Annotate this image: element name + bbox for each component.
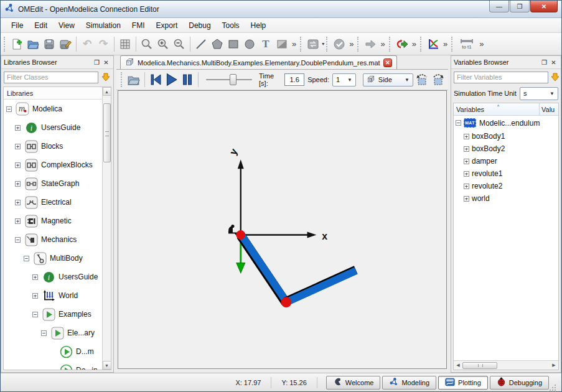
check-overflow-icon[interactable]: » — [347, 39, 355, 49]
tree-item-electrical[interactable]: + Electrical — [4, 193, 111, 212]
expand-icon[interactable]: + — [464, 146, 469, 152]
filter-variables-input[interactable] — [454, 72, 548, 83]
tree-item-elementary[interactable]: − Ele...ary — [4, 324, 111, 342]
line-tool-icon[interactable] — [193, 36, 209, 52]
maximize-button[interactable]: ❐ — [510, 1, 530, 12]
save-icon[interactable] — [41, 36, 57, 52]
expand-icon[interactable]: + — [15, 218, 21, 224]
expand-icon[interactable]: + — [464, 159, 469, 164]
simtime-overflow-icon[interactable]: » — [477, 39, 485, 49]
connect-mode-dropdown-icon[interactable]: ▾ — [322, 41, 324, 47]
animation-slider[interactable] — [206, 73, 252, 86]
menu-help[interactable]: Help — [245, 19, 272, 32]
scroll-right-icon[interactable]: ▶ — [550, 361, 558, 370]
toolbar-drag-handle[interactable] — [420, 37, 423, 52]
zoom-in-icon[interactable] — [155, 36, 171, 52]
text-tool-icon[interactable]: T — [258, 36, 274, 52]
tree-item-stategraph[interactable]: + StateGraph — [4, 174, 111, 193]
tree-item-magnetic[interactable]: + Magnetic — [4, 212, 111, 230]
simulation-time-icon[interactable]: to t1 — [456, 36, 477, 52]
undo-icon[interactable]: ↶ — [79, 36, 95, 52]
debugging-perspective-button[interactable]: Debugging — [490, 376, 549, 390]
zoom-out-icon[interactable] — [171, 36, 187, 52]
collapse-icon[interactable]: − — [456, 120, 461, 126]
close-panel-icon[interactable]: ✕ — [101, 58, 111, 67]
variable-item-boxbody1[interactable]: + boxBody1 — [454, 130, 558, 142]
scroll-down-icon[interactable]: ▼ — [103, 361, 111, 370]
expand-icon[interactable]: + — [15, 144, 21, 149]
toolbar-drag-handle[interactable] — [357, 37, 360, 52]
scroll-up-icon[interactable]: ▲ — [103, 87, 111, 96]
toolbar-drag-handle[interactable] — [451, 37, 454, 52]
toolbar-drag-handle[interactable] — [326, 37, 329, 52]
resimulate-overflow-icon[interactable]: » — [410, 39, 418, 49]
redo-icon[interactable]: ↷ — [95, 36, 111, 52]
time-unit-combobox[interactable]: s ▼ — [520, 87, 558, 100]
toolbar-drag-handle[interactable] — [121, 72, 124, 87]
rectangle-tool-icon[interactable] — [225, 36, 241, 52]
variable-item-damper[interactable]: + damper — [454, 155, 558, 167]
simulate-overflow-icon[interactable]: » — [378, 39, 386, 49]
grid-icon[interactable] — [117, 36, 133, 52]
connect-mode-icon[interactable] — [305, 36, 321, 52]
variable-item-revolute2[interactable]: + revolute2 — [454, 180, 558, 192]
close-button[interactable]: ✕ — [530, 1, 558, 12]
column-variables[interactable]: ▲Variables — [454, 103, 540, 115]
toolbar-drag-handle[interactable] — [4, 37, 7, 52]
expand-icon[interactable]: + — [15, 181, 21, 187]
tree-item-doublependulum[interactable]: D...m — [4, 342, 111, 361]
menu-edit[interactable]: Edit — [29, 19, 53, 32]
expand-icon[interactable]: + — [15, 162, 21, 168]
menu-simulation[interactable]: Simulation — [80, 19, 126, 32]
scrollbar-thumb[interactable] — [462, 362, 497, 369]
modeling-perspective-button[interactable]: Modeling — [382, 376, 436, 390]
tree-item-modelica[interactable]: − m Modelica — [4, 100, 111, 118]
minimize-button[interactable]: — — [489, 1, 509, 12]
open-file-icon[interactable] — [25, 36, 41, 52]
play-icon[interactable] — [164, 72, 179, 88]
3d-viewport[interactable]: y x — [118, 90, 447, 369]
rotate-ccw-icon[interactable] — [414, 72, 429, 88]
tree-item-multibody[interactable]: − MultiBody — [4, 249, 111, 268]
expand-icon[interactable]: + — [15, 200, 21, 205]
ellipse-tool-icon[interactable] — [241, 36, 258, 52]
variables-root-item[interactable]: − MAT Modelic...endulum — [454, 116, 558, 130]
plot-overflow-icon[interactable]: » — [441, 39, 449, 49]
variable-item-revolute1[interactable]: + revolute1 — [454, 167, 558, 180]
collapse-icon[interactable]: − — [41, 330, 47, 336]
menu-debug[interactable]: Debug — [183, 19, 216, 32]
expand-icon[interactable]: + — [32, 274, 38, 280]
tab-doublependulum-result[interactable]: Modelica.Mechanics.MultiBody.Examples.El… — [120, 55, 397, 69]
expand-icon[interactable]: + — [464, 171, 469, 177]
scroll-left-icon[interactable]: ◀ — [454, 361, 462, 370]
menu-export[interactable]: Export — [151, 19, 184, 32]
collapse-icon[interactable]: − — [32, 312, 38, 317]
tree-item-blocks[interactable]: + Blocks — [4, 137, 111, 156]
collapse-icon[interactable]: − — [15, 237, 21, 243]
close-panel-icon[interactable]: ✕ — [549, 58, 558, 67]
menu-view[interactable]: View — [53, 19, 80, 32]
new-plot-window-icon[interactable] — [425, 36, 441, 52]
expand-filter-icon[interactable] — [551, 72, 560, 83]
time-input[interactable] — [284, 73, 304, 86]
tree-item-world[interactable]: + World — [4, 286, 111, 305]
column-value[interactable]: Valu — [540, 103, 558, 115]
polygon-tool-icon[interactable] — [209, 36, 225, 52]
expand-filter-icon[interactable] — [101, 72, 111, 83]
tree-item-mechanics[interactable]: − Mechanics — [4, 230, 111, 249]
rotate-cw-icon[interactable] — [431, 72, 446, 88]
shapes-overflow-icon[interactable]: » — [290, 39, 298, 49]
libraries-vertical-scrollbar[interactable]: ▲ ▼ — [102, 87, 111, 370]
tree-item-doublependuluminit[interactable]: Do...in — [4, 361, 111, 370]
check-model-icon[interactable] — [331, 36, 347, 52]
bitmap-tool-icon[interactable] — [274, 36, 290, 52]
resize-grip[interactable] — [549, 384, 556, 391]
collapse-icon[interactable]: − — [6, 106, 12, 112]
tree-item-complexblocks[interactable]: + ComplexBlocks — [4, 156, 111, 174]
open-result-icon[interactable] — [127, 72, 141, 88]
simulate-icon[interactable] — [362, 36, 378, 52]
re-simulate-icon[interactable] — [394, 36, 410, 52]
filter-classes-input[interactable] — [4, 72, 98, 83]
plotting-perspective-button[interactable]: Plotting — [438, 376, 488, 390]
menu-file[interactable]: File — [6, 19, 29, 32]
